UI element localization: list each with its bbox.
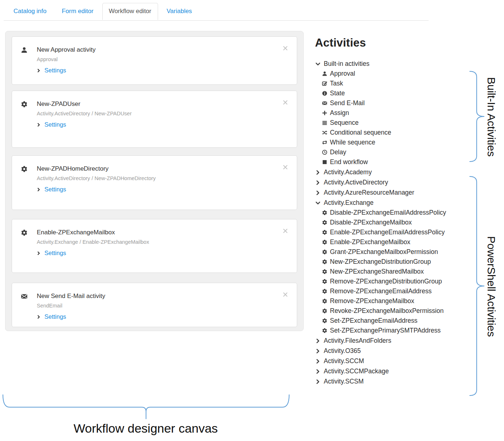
tree-label: State: [330, 90, 345, 97]
tree-group-activity-azureresourcemanager[interactable]: Activity.AzureResourceManager: [315, 188, 468, 198]
settings-link[interactable]: Settings: [37, 250, 66, 257]
activities-panel-title: Activities: [315, 36, 468, 49]
gear-icon: [322, 289, 327, 294]
tree-item-send-e-mail[interactable]: Send E-Mail: [315, 98, 468, 108]
tree-item-state[interactable]: State: [315, 88, 468, 98]
settings-link[interactable]: Settings: [37, 186, 66, 193]
tree-group-activity-activedirectory[interactable]: Activity.ActiveDirectory: [315, 178, 468, 187]
tree-item-assign[interactable]: Assign: [315, 108, 468, 118]
chevron-right-icon[interactable]: [315, 379, 321, 384]
chevron-right-icon[interactable]: [315, 190, 321, 195]
shuffle-icon: [322, 130, 327, 135]
tree-label: Delay: [330, 148, 346, 156]
close-icon[interactable]: [283, 100, 288, 107]
chevron-down-icon[interactable]: [315, 200, 321, 206]
tree-group-activity-o365[interactable]: Activity.O365: [315, 346, 468, 356]
canvas-brace: [2, 394, 290, 420]
tab-form-editor[interactable]: Form editor: [55, 3, 100, 20]
tree-label: Enable-ZPExchangeMailbox: [330, 238, 410, 246]
tree-group-activity-sccm[interactable]: Activity.SCCM: [315, 356, 468, 366]
tree-item-delay[interactable]: Delay: [315, 147, 468, 157]
tree-item-disable-zpexchangeemailaddresspolicy[interactable]: Disable-ZPExchangeEmailAddressPolicy: [315, 208, 468, 218]
settings-link[interactable]: Settings: [37, 313, 66, 320]
chevron-right-icon[interactable]: [315, 170, 321, 175]
activity-card-new-zpadhomedirectory[interactable]: New-ZPADHomeDirectoryActivity.ActiveDire…: [12, 155, 297, 210]
chevron-right-icon[interactable]: [315, 349, 321, 354]
tab-variables[interactable]: Variables: [160, 3, 199, 20]
close-icon[interactable]: [283, 164, 288, 171]
tab-list: Catalog infoForm editorWorkflow editorVa…: [4, 3, 429, 20]
gear-icon: [21, 229, 37, 273]
close-icon[interactable]: [283, 228, 288, 235]
tree-label: Activity.FilesAndFolders: [324, 337, 391, 345]
activity-subtitle: Activity.ActiveDirectory / New-ZPADHomeD…: [37, 175, 156, 181]
tree-label: Send E-Mail: [330, 99, 365, 107]
settings-link[interactable]: Settings: [37, 67, 66, 74]
tab-label[interactable]: Variables: [160, 3, 199, 20]
tree-item-grant-zpexchangemailboxpermission[interactable]: Grant-ZPExchangeMailboxPermission: [315, 247, 468, 257]
tab-label[interactable]: Workflow editor: [102, 3, 158, 20]
activity-card-new-send-e-mail-activity[interactable]: New Send E-Mail activitySendEmailSetting…: [12, 283, 297, 327]
tree-label: Enable-ZPExchangeEmailAddressPolicy: [330, 229, 445, 236]
tree-item-set-zpexchangeprimarysmtpaddress[interactable]: Set-ZPExchangePrimarySMTPAddress: [315, 326, 468, 335]
tree-item-new-zpexchangedistributiongroup[interactable]: New-ZPExchangeDistributionGroup: [315, 257, 468, 267]
tree-item-enable-zpexchangemailbox[interactable]: Enable-ZPExchangeMailbox: [315, 237, 468, 247]
tree-item-new-zpexchangesharedmailbox[interactable]: New-ZPExchangeSharedMailbox: [315, 267, 468, 277]
activity-card-new-approval-activity[interactable]: New Approval activityApprovalSettings: [12, 36, 297, 85]
tree-item-task[interactable]: Task: [315, 79, 468, 88]
built-in-activities-annotation: Built-In Activities: [485, 68, 497, 165]
tree-label: Remove-ZPExchangeMailbox: [330, 297, 414, 305]
tree-item-while-sequence[interactable]: While sequence: [315, 138, 468, 147]
tree-label: Remove-ZPExchangeEmailAddress: [330, 287, 432, 295]
tab-label[interactable]: Form editor: [55, 3, 100, 20]
chevron-right-icon: [37, 187, 41, 192]
tab-catalog-info[interactable]: Catalog info: [7, 3, 53, 20]
activity-card-new-zpaduser[interactable]: New-ZPADUserActivity.ActiveDirectory / N…: [12, 91, 297, 148]
activities-panel: Activities Built-in activitiesApprovalTa…: [315, 36, 468, 386]
activity-subtitle: Activity.ActiveDirectory / New-ZPADUser: [37, 111, 132, 116]
tree-label: Built-in activities: [324, 60, 369, 68]
tree-item-conditional-sequence[interactable]: Conditional sequence: [315, 128, 468, 138]
tree-label: Task: [330, 80, 343, 87]
gear-icon: [322, 279, 327, 284]
close-icon[interactable]: [283, 45, 288, 52]
tree-item-approval[interactable]: Approval: [315, 69, 468, 79]
chevron-down-icon[interactable]: [315, 61, 321, 67]
tree-group-activity-exchange[interactable]: Activity.Exchange: [315, 198, 468, 208]
workflow-designer-canvas[interactable]: New Approval activityApprovalSettingsNew…: [5, 31, 304, 331]
close-icon[interactable]: [283, 292, 288, 299]
activity-title: New Approval activity: [37, 46, 96, 53]
chevron-right-icon[interactable]: [315, 369, 321, 374]
tree-item-enable-zpexchangeemailaddresspolicy[interactable]: Enable-ZPExchangeEmailAddressPolicy: [315, 227, 468, 237]
tree-group-activity-academy[interactable]: Activity.Academy: [315, 167, 468, 177]
tree-item-sequence[interactable]: Sequence: [315, 118, 468, 128]
tree-item-revoke-zpexchangemailboxpermission[interactable]: Revoke-ZPExchangeMailboxPermission: [315, 306, 468, 316]
tree-item-end-workflow[interactable]: End workflow: [315, 157, 468, 167]
tree-item-remove-zpexchangemailbox[interactable]: Remove-ZPExchangeMailbox: [315, 296, 468, 306]
tree-group-activity-scsm[interactable]: Activity.SCSM: [315, 377, 468, 386]
envelope-icon: [21, 293, 37, 327]
chevron-right-icon[interactable]: [315, 180, 321, 185]
settings-link[interactable]: Settings: [37, 121, 66, 128]
tree-item-remove-zpexchangeemailaddress[interactable]: Remove-ZPExchangeEmailAddress: [315, 286, 468, 296]
chevron-right-icon[interactable]: [315, 338, 321, 343]
tree-label: New-ZPExchangeSharedMailbox: [330, 268, 424, 275]
canvas-annotation: Workflow designer canvas: [58, 421, 233, 436]
tree-item-disable-zpexchangemailbox[interactable]: Disable-ZPExchangeMailbox: [315, 218, 468, 227]
tree-label: While sequence: [330, 139, 375, 146]
tree-group-built-in-activities[interactable]: Built-in activities: [315, 59, 468, 69]
tree-label: Remove-ZPExchangeDistributionGroup: [330, 278, 442, 285]
chevron-right-icon[interactable]: [315, 359, 321, 364]
tab-workflow-editor[interactable]: Workflow editor: [102, 3, 158, 20]
tree-label: Assign: [330, 109, 349, 117]
activity-card-enable-zpexchangemailbox[interactable]: Enable-ZPExchangeMailboxActivity.Exchang…: [12, 219, 297, 273]
tree-item-set-zpexchangeemailaddress[interactable]: Set-ZPExchangeEmailAddress: [315, 316, 468, 326]
tree-group-activity-filesandfolders[interactable]: Activity.FilesAndFolders: [315, 336, 468, 346]
tree-group-activity-sccmpackage[interactable]: Activity.SCCMPackage: [315, 366, 468, 376]
tree-label: Activity.AzureResourceManager: [324, 189, 414, 196]
workflow-editor-page: Catalog infoForm editorWorkflow editorVa…: [0, 0, 504, 441]
tree-label: Disable-ZPExchangeEmailAddressPolicy: [330, 209, 446, 216]
tree-item-remove-zpexchangedistributiongroup[interactable]: Remove-ZPExchangeDistributionGroup: [315, 277, 468, 286]
tab-label[interactable]: Catalog info: [7, 3, 53, 20]
activity-subtitle: Activity.Exchange / Enable-ZPExchangeMai…: [37, 239, 149, 245]
